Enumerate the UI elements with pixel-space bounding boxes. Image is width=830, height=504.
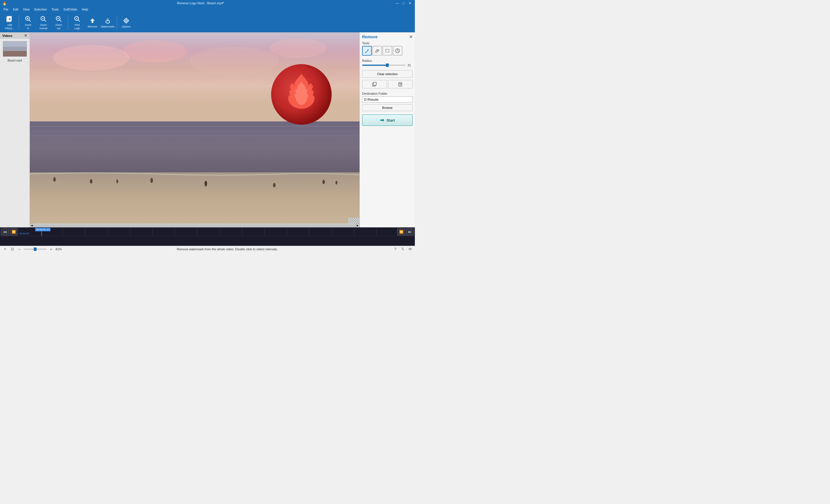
- feedback-button[interactable]: ✉: [408, 247, 413, 252]
- title-bar-text: Remove Logo Now! - Beach.mp4*: [7, 1, 394, 5]
- toolbar-separator-2: [68, 15, 68, 30]
- menu-tools[interactable]: Tools: [49, 6, 61, 12]
- start-label: Start: [386, 118, 395, 123]
- status-icon-2[interactable]: ⊡: [10, 247, 15, 252]
- help-button[interactable]: ?: [393, 247, 398, 252]
- sidebar-close-button[interactable]: ✕: [24, 33, 27, 38]
- menu-edit[interactable]: Edit: [11, 6, 21, 12]
- status-icon-1[interactable]: ⌖: [2, 247, 7, 252]
- svg-rect-36: [30, 122, 359, 173]
- radius-row: 31: [362, 64, 413, 67]
- clock-tool-button[interactable]: [393, 46, 403, 56]
- zoom-slider[interactable]: [24, 248, 46, 250]
- minimize-button[interactable]: —: [394, 1, 400, 5]
- timeline-start-time: 00:00:00: [19, 232, 29, 235]
- remove-icon: [89, 17, 96, 25]
- timeline-next-button[interactable]: ⏩: [397, 228, 405, 236]
- radius-slider-thumb[interactable]: [386, 64, 389, 67]
- menu-view[interactable]: View: [21, 6, 32, 12]
- timeline-prev-button[interactable]: ⏪: [10, 228, 18, 236]
- toolbar-separator-3: [117, 15, 117, 30]
- zoom-normal-button[interactable]: Zoom normal: [36, 13, 51, 31]
- zoom-out-button[interactable]: Zoom out: [51, 13, 66, 31]
- brush-tool-button[interactable]: [362, 46, 372, 56]
- zoom-minus-button[interactable]: −: [17, 247, 22, 251]
- menu-softorbits[interactable]: SoftOrbits: [61, 6, 79, 12]
- zoom-plus-button[interactable]: +: [49, 247, 53, 251]
- horizontal-scrollbar[interactable]: ◀ ▶: [30, 223, 359, 227]
- svg-point-46: [273, 183, 276, 188]
- eraser-tool-button[interactable]: [372, 46, 382, 56]
- zoom-in-icon: [24, 15, 32, 23]
- zoom-out-icon: [55, 15, 63, 23]
- svg-point-32: [53, 45, 130, 71]
- twitter-button[interactable]: 𝕏: [400, 247, 405, 252]
- canvas-column: ◀ ▶: [30, 32, 359, 227]
- timeline-end-button[interactable]: ⏭: [406, 228, 414, 236]
- timeline-track-area[interactable]: 00:00:02 13 00:00:00: [18, 228, 397, 236]
- status-bar: ⌖ ⊡ − + 81% Remove watermark from the wh…: [0, 246, 415, 252]
- timeline-start-button[interactable]: ⏮: [1, 228, 9, 236]
- options-icon: [122, 17, 130, 25]
- svg-line-17: [78, 20, 80, 22]
- svg-point-16: [76, 18, 77, 19]
- svg-line-7: [29, 20, 31, 22]
- zoom-in-button[interactable]: Zoom in: [21, 13, 35, 31]
- remove-button[interactable]: Remove: [85, 13, 100, 31]
- destination-folder-input[interactable]: [362, 96, 413, 103]
- svg-line-10: [44, 20, 46, 22]
- beach-scene: [30, 32, 359, 223]
- svg-point-35: [269, 39, 327, 58]
- close-button[interactable]: ✕: [407, 1, 413, 5]
- menu-file[interactable]: File: [1, 6, 11, 12]
- maximize-button[interactable]: □: [401, 1, 406, 5]
- radius-value: 31: [408, 64, 413, 67]
- svg-line-14: [60, 20, 61, 22]
- svg-rect-30: [3, 47, 27, 51]
- svg-point-34: [190, 47, 279, 75]
- panel-close-button[interactable]: ✕: [409, 35, 413, 39]
- menu-help[interactable]: Help: [79, 6, 91, 12]
- panel-title: Remove ✕: [362, 35, 413, 39]
- clock-icon: [395, 48, 400, 53]
- svg-rect-19: [92, 21, 93, 23]
- radius-slider[interactable]: [362, 65, 406, 66]
- scroll-track[interactable]: [34, 225, 356, 227]
- copy-button[interactable]: [362, 80, 387, 89]
- scroll-left-button[interactable]: ◀: [30, 224, 34, 228]
- zoom-value: 81%: [56, 247, 62, 251]
- watermarks-button[interactable]: Watermarks: [100, 13, 115, 31]
- tools-section-label: Tools: [362, 41, 413, 45]
- menu-bar: File Edit View Selection Tools SoftOrbit…: [0, 6, 415, 12]
- zoom-slider-thumb[interactable]: [34, 247, 37, 251]
- video-canvas[interactable]: [30, 32, 359, 223]
- svg-rect-29: [3, 51, 27, 57]
- start-button[interactable]: ➡ Start: [362, 114, 413, 126]
- svg-point-47: [322, 180, 325, 184]
- add-files-button[interactable]: Add File(s)...: [2, 13, 17, 31]
- svg-marker-18: [90, 19, 95, 21]
- svg-rect-40: [30, 172, 359, 223]
- radius-label: Radius: [362, 59, 413, 62]
- menu-selection[interactable]: Selection: [32, 6, 49, 12]
- copy-icon: [372, 82, 377, 87]
- svg-line-54: [397, 51, 399, 51]
- svg-point-23: [125, 20, 127, 22]
- scroll-right-button[interactable]: ▶: [356, 224, 359, 228]
- svg-rect-56: [374, 82, 376, 85]
- video-thumbnail[interactable]: [3, 41, 27, 57]
- sidebar-header: Videos ✕: [0, 32, 30, 39]
- svg-point-44: [150, 178, 153, 183]
- copy-paste-row: [362, 80, 413, 89]
- rectangle-tool-button[interactable]: [383, 46, 392, 56]
- brush-icon: [364, 48, 370, 53]
- playhead[interactable]: 00:00:02 13: [41, 228, 42, 236]
- browse-button[interactable]: Browse: [362, 104, 413, 111]
- content-area: Videos ✕ Beach.mp4: [0, 32, 415, 227]
- find-logo-button[interactable]: Find Logo: [70, 13, 85, 31]
- paste-icon: [398, 82, 403, 87]
- paste-button[interactable]: [388, 80, 413, 89]
- svg-point-43: [116, 179, 118, 183]
- options-button[interactable]: Options: [119, 13, 133, 31]
- clear-selection-button[interactable]: Clear selection: [362, 70, 413, 78]
